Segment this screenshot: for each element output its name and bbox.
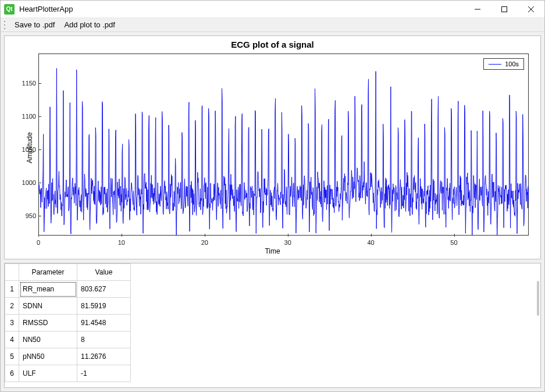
cell-parameter[interactable]: NN50 — [19, 332, 77, 348]
cell-parameter[interactable]: RR_mean — [19, 281, 77, 298]
content-area: ECG plot of a signal Amplitude Time 100s… — [1, 32, 544, 391]
y-tick: 950 — [13, 212, 36, 219]
cell-value[interactable]: 11.2676 — [77, 348, 131, 365]
row-index[interactable]: 6 — [5, 365, 19, 382]
table-row[interactable]: 3RMSSD91.4548 — [5, 315, 131, 332]
titlebar: Qt HeartPlotterApp — [1, 1, 544, 18]
legend: 100s — [483, 58, 524, 70]
table-panel: Parameter Value 1RR_mean803.6272SDNN81.5… — [4, 263, 541, 388]
cell-value[interactable]: 81.5919 — [77, 298, 131, 315]
table-row[interactable]: 6ULF-1 — [5, 365, 131, 382]
table-body: 1RR_mean803.6272SDNN81.59193RMSSD91.4548… — [5, 281, 131, 382]
row-index[interactable]: 3 — [5, 315, 19, 332]
menu-save-to-pdf[interactable]: Save to .pdf — [11, 19, 58, 30]
x-tick: 0 — [37, 239, 40, 246]
parameters-table: Parameter Value 1RR_mean803.6272SDNN81.5… — [5, 263, 131, 382]
cell-parameter[interactable]: RMSSD — [19, 315, 77, 332]
maximize-button[interactable] — [491, 1, 518, 18]
x-tick: 20 — [201, 239, 208, 246]
menu-add-plot-to-pdf[interactable]: Add plot to .pdf — [60, 19, 118, 30]
table-row[interactable]: 4NN508 — [5, 332, 131, 348]
cell-value[interactable]: -1 — [77, 365, 131, 382]
scrollbar-vertical[interactable] — [537, 281, 539, 316]
legend-line-icon — [489, 64, 501, 65]
x-tick: 40 — [367, 239, 374, 246]
row-index[interactable]: 5 — [5, 348, 19, 365]
col-header-parameter[interactable]: Parameter — [19, 264, 77, 281]
minimize-button[interactable] — [464, 1, 491, 18]
x-tick: 10 — [118, 239, 125, 246]
table-corner — [5, 264, 19, 281]
cell-value[interactable]: 8 — [77, 332, 131, 348]
cell-value[interactable]: 803.627 — [77, 281, 131, 298]
y-tick: 1100 — [13, 113, 36, 120]
close-button[interactable] — [518, 1, 544, 18]
x-tick: 30 — [284, 239, 291, 246]
menubar: Save to .pdf Add plot to .pdf — [1, 18, 544, 32]
legend-label: 100s — [505, 60, 519, 67]
x-tick: 50 — [450, 239, 457, 246]
row-index[interactable]: 2 — [5, 298, 19, 315]
x-axis-label: Time — [265, 247, 280, 255]
svg-rect-1 — [502, 6, 507, 12]
table-row[interactable]: 5pNN5011.2676 — [5, 348, 131, 365]
y-tick: 1150 — [13, 80, 36, 87]
window-title: HeartPlotterApp — [19, 5, 73, 13]
plot-axes: 100s — [38, 54, 529, 236]
cell-value[interactable]: 91.4548 — [77, 315, 131, 332]
cell-parameter[interactable]: ULF — [19, 365, 77, 382]
cell-parameter[interactable]: SDNN — [19, 298, 77, 315]
table-scroll[interactable]: Parameter Value 1RR_mean803.6272SDNN81.5… — [5, 263, 540, 387]
col-header-value[interactable]: Value — [77, 264, 131, 281]
plot-title: ECG plot of a signal — [5, 36, 540, 49]
row-index[interactable]: 4 — [5, 332, 19, 348]
toolbar-grip-icon — [4, 20, 8, 30]
plot-panel[interactable]: ECG plot of a signal Amplitude Time 100s… — [4, 35, 541, 259]
row-index[interactable]: 1 — [5, 281, 19, 298]
ecg-line — [38, 54, 529, 236]
y-tick: 1000 — [13, 179, 36, 186]
app-icon: Qt — [4, 4, 15, 15]
table-row[interactable]: 1RR_mean803.627 — [5, 281, 131, 298]
table-row[interactable]: 2SDNN81.5919 — [5, 298, 131, 315]
y-tick: 1050 — [13, 146, 36, 153]
cell-parameter[interactable]: pNN50 — [19, 348, 77, 365]
